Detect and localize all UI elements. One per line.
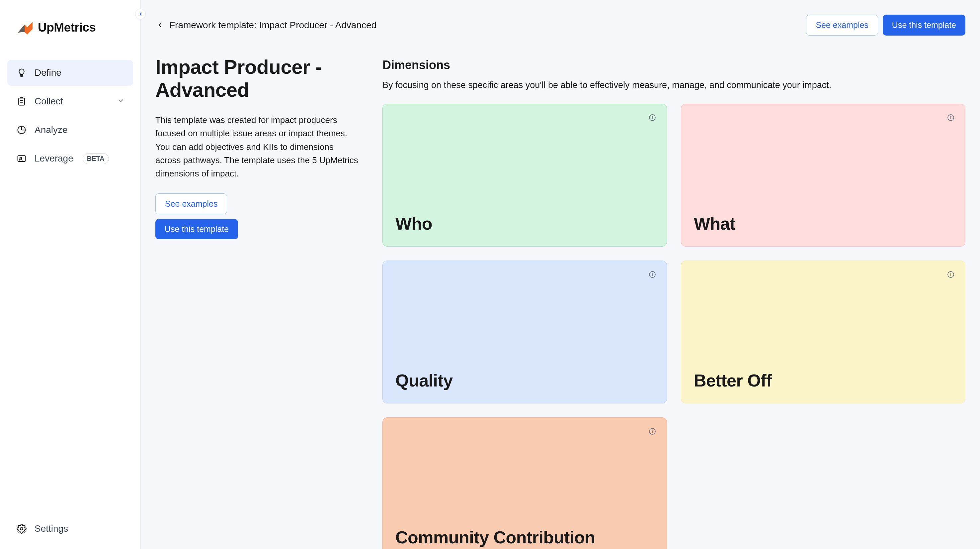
main: Framework template: Impact Producer - Ad…: [141, 0, 980, 549]
sidebar-item-label: Settings: [35, 523, 68, 534]
page-description: This template was created for impact pro…: [155, 113, 361, 180]
dimension-card-who[interactable]: Who: [382, 104, 667, 247]
beta-badge: BETA: [83, 153, 109, 164]
svg-point-15: [652, 273, 652, 273]
sidebar-item-define[interactable]: Define: [7, 60, 133, 86]
dimension-card-what[interactable]: What: [681, 104, 966, 247]
top-buttons: See examples Use this template: [806, 14, 966, 35]
svg-point-21: [652, 430, 652, 430]
sidebar: UpMetrics Define Collect: [0, 0, 141, 549]
sidebar-item-analyze[interactable]: Analyze: [7, 117, 133, 143]
use-template-button[interactable]: Use this template: [155, 219, 238, 239]
logo-text: UpMetrics: [38, 21, 95, 35]
lightbulb-icon: [16, 67, 27, 78]
dimension-card-betteroff[interactable]: Better Off: [681, 260, 966, 404]
info-icon[interactable]: [648, 270, 657, 279]
dimension-card-title: Community Contribution: [395, 527, 654, 547]
svg-point-6: [20, 527, 23, 530]
sidebar-item-label: Analyze: [35, 124, 68, 135]
logo[interactable]: UpMetrics: [7, 12, 133, 60]
dimension-card-title: Who: [395, 214, 654, 234]
dimension-card-contribution[interactable]: Community Contribution: [382, 417, 667, 549]
svg-point-5: [20, 157, 22, 159]
clipboard-icon: [16, 96, 27, 107]
info-icon[interactable]: [648, 427, 657, 436]
nav: Define Collect Analyze: [7, 60, 133, 516]
back-button[interactable]: [155, 21, 165, 30]
use-template-button-top[interactable]: Use this template: [883, 14, 966, 35]
see-examples-button-top[interactable]: See examples: [806, 14, 878, 35]
collapse-sidebar-button[interactable]: [135, 9, 146, 19]
svg-point-18: [950, 273, 951, 273]
person-badge-icon: [16, 153, 27, 164]
dimension-cards: Who What Quality: [382, 104, 966, 549]
chevron-left-icon: [138, 11, 143, 17]
dimensions-title: Dimensions: [382, 58, 966, 72]
info-icon[interactable]: [947, 113, 955, 122]
dimension-card-title: What: [694, 214, 953, 234]
gear-icon: [16, 523, 27, 535]
logo-mark-icon: [17, 19, 33, 36]
chevron-left-icon: [156, 22, 164, 29]
page-title: Impact Producer - Advanced: [155, 56, 361, 101]
sidebar-item-settings[interactable]: Settings: [7, 516, 133, 542]
app-root: UpMetrics Define Collect: [0, 0, 980, 549]
topbar: Framework template: Impact Producer - Ad…: [155, 14, 966, 35]
svg-point-12: [950, 116, 951, 117]
sidebar-item-label: Collect: [35, 96, 63, 107]
chevron-down-icon: [117, 96, 124, 107]
see-examples-button[interactable]: See examples: [155, 193, 227, 214]
info-icon[interactable]: [648, 113, 657, 122]
content: Impact Producer - Advanced This template…: [155, 56, 966, 549]
left-column: Impact Producer - Advanced This template…: [155, 56, 361, 549]
dimension-card-title: Quality: [395, 370, 654, 391]
sidebar-item-collect[interactable]: Collect: [7, 88, 133, 114]
left-buttons: See examples Use this template: [155, 193, 361, 239]
info-icon[interactable]: [947, 270, 955, 279]
breadcrumb: Framework template: Impact Producer - Ad…: [169, 20, 377, 30]
right-column: Dimensions By focusing on these specific…: [382, 56, 966, 549]
svg-rect-0: [19, 98, 25, 105]
dimension-card-title: Better Off: [694, 370, 953, 391]
sidebar-item-leverage[interactable]: Leverage BETA: [7, 145, 133, 171]
piechart-icon: [16, 124, 27, 136]
sidebar-item-label: Leverage: [35, 153, 73, 164]
dimensions-description: By focusing on these specific areas you'…: [382, 80, 966, 90]
dimension-card-quality[interactable]: Quality: [382, 260, 667, 404]
sidebar-item-label: Define: [35, 67, 61, 78]
svg-point-9: [652, 116, 652, 117]
